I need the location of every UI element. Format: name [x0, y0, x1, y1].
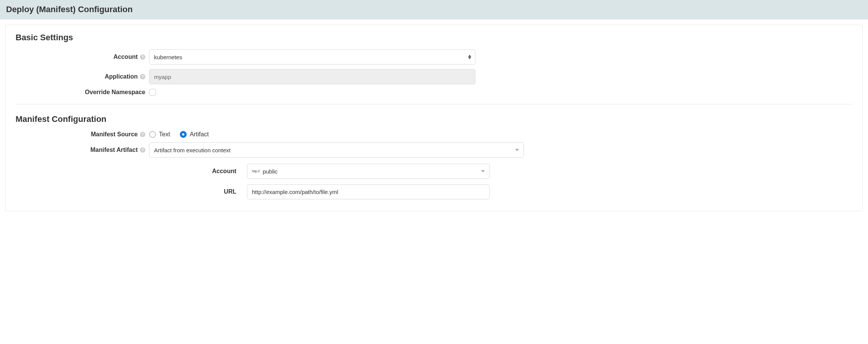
content-panel: Basic Settings Account ? kubernetes Appl… — [5, 25, 863, 211]
override-namespace-checkbox[interactable] — [149, 89, 156, 96]
artifact-account-row: Account http:// public — [16, 164, 852, 179]
account-label: Account ? — [16, 54, 149, 60]
application-label: Application ? — [16, 73, 149, 80]
application-label-text: Application — [105, 73, 138, 80]
manifest-source-radio-group: Text Artifact — [149, 131, 475, 138]
application-input — [149, 69, 475, 84]
artifact-account-label: Account — [16, 168, 247, 175]
radio-option-text[interactable]: Text — [149, 131, 170, 138]
basic-settings-heading: Basic Settings — [16, 33, 852, 43]
help-icon[interactable]: ? — [140, 147, 145, 153]
radio-artifact-label: Artifact — [190, 131, 209, 138]
help-icon[interactable]: ? — [140, 74, 145, 79]
override-namespace-label: Override Namespace — [16, 89, 149, 96]
account-select-value: kubernetes — [154, 54, 182, 60]
application-row: Application ? — [16, 69, 852, 84]
chevron-down-icon — [515, 149, 519, 151]
manifest-artifact-value: Artifact from execution context — [154, 147, 231, 153]
chevron-down-icon — [481, 170, 485, 172]
radio-option-artifact[interactable]: Artifact — [180, 131, 209, 138]
override-namespace-label-text: Override Namespace — [85, 89, 145, 96]
help-icon[interactable]: ? — [140, 54, 145, 60]
manifest-source-label-text: Manifest Source — [91, 131, 138, 138]
http-icon: http:// — [252, 169, 259, 173]
header-bar: Deploy (Manifest) Configuration — [0, 0, 868, 19]
account-row: Account ? kubernetes — [16, 49, 852, 65]
manifest-config-section: Manifest Configuration Manifest Source ?… — [16, 114, 852, 199]
manifest-config-heading: Manifest Configuration — [16, 114, 852, 124]
page-title: Deploy (Manifest) Configuration — [6, 5, 862, 14]
manifest-artifact-label-text: Manifest Artifact — [90, 147, 138, 153]
help-icon[interactable]: ? — [140, 132, 145, 137]
artifact-url-row: URL — [16, 184, 852, 199]
divider — [16, 104, 852, 104]
manifest-source-label: Manifest Source ? — [16, 131, 149, 138]
account-label-text: Account — [113, 54, 138, 60]
artifact-url-label: URL — [16, 188, 247, 195]
radio-icon — [149, 131, 156, 138]
manifest-artifact-label: Manifest Artifact ? — [16, 147, 149, 153]
radio-text-label: Text — [159, 131, 170, 138]
artifact-url-input[interactable] — [247, 184, 490, 199]
account-select[interactable]: kubernetes — [149, 49, 475, 65]
artifact-account-value: http:// public — [252, 168, 278, 175]
select-arrows-icon — [468, 55, 471, 59]
basic-settings-section: Basic Settings Account ? kubernetes Appl… — [16, 33, 852, 96]
artifact-account-name: public — [263, 168, 277, 175]
artifact-account-dropdown[interactable]: http:// public — [247, 164, 490, 179]
manifest-artifact-dropdown[interactable]: Artifact from execution context — [149, 142, 524, 158]
override-namespace-row: Override Namespace — [16, 89, 852, 96]
manifest-source-row: Manifest Source ? Text Artifact — [16, 131, 852, 138]
radio-icon — [180, 131, 187, 138]
manifest-artifact-row: Manifest Artifact ? Artifact from execut… — [16, 142, 852, 158]
